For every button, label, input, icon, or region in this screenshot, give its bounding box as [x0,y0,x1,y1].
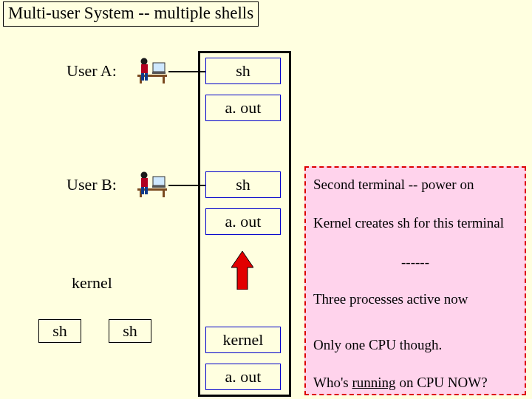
notes-line-5a: Who's [313,375,352,390]
sh-box-right: sh [109,319,151,343]
svg-rect-4 [163,77,165,83]
svg-rect-15 [141,178,148,187]
svg-rect-8 [145,73,148,81]
svg-point-5 [141,58,148,65]
notes-line-3: Three processes active now [313,290,517,309]
proc-kernel: kernel [205,327,281,353]
notes-separator: ------ [313,253,517,272]
notes-line-2: Kernel creates sh for this terminal [313,214,517,233]
proc-aout-a: a. out [205,95,281,121]
svg-marker-18 [231,251,253,290]
svg-point-14 [141,172,148,179]
sh-box-left: sh [38,319,81,343]
user-b-label: User B: [66,175,117,194]
notes-line-5b: on CPU NOW? [396,375,488,390]
user-a-icon [136,55,168,85]
up-arrow-icon [231,251,253,290]
svg-rect-10 [152,185,166,188]
svg-rect-13 [163,191,165,197]
slide-title: Multi-user System -- multiple shells [3,1,259,27]
notes-line-5-underlined: running [352,375,396,390]
user-b-connector [168,185,205,186]
proc-sh-a: sh [205,58,281,84]
user-a-label: User A: [66,61,117,81]
svg-rect-7 [141,73,144,81]
svg-rect-1 [152,72,166,74]
svg-rect-16 [141,187,144,194]
user-a-connector [168,71,205,72]
svg-rect-0 [153,63,165,72]
user-b-icon [136,169,168,199]
notes-panel: Second terminal -- power on Kernel creat… [304,166,526,395]
notes-line-1: Second terminal -- power on [313,175,517,194]
proc-sh-b: sh [205,171,281,198]
svg-rect-17 [145,187,148,194]
proc-aout-b: a. out [205,208,281,235]
kernel-side-label: kernel [72,273,112,293]
notes-line-4: Only one CPU though. [313,335,517,355]
notes-line-5: Who's running on CPU NOW? [313,373,517,392]
svg-rect-6 [141,64,148,73]
svg-rect-9 [153,177,165,185]
proc-aout-current: a. out [205,364,281,390]
